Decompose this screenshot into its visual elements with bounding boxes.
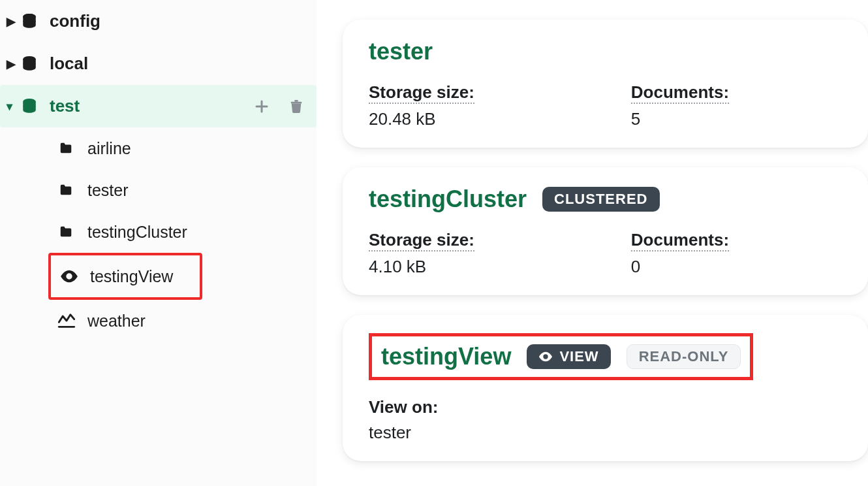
annotation-highlight: testingView bbox=[48, 253, 202, 300]
folder-icon bbox=[57, 183, 78, 197]
sidebar-db-label: local bbox=[50, 54, 303, 74]
stat-label: View on: bbox=[369, 397, 438, 417]
badge-text: CLUSTERED bbox=[554, 191, 647, 208]
eye-icon bbox=[538, 351, 553, 362]
sidebar-item-label: testingView bbox=[90, 267, 173, 286]
sidebar-item-label: tester bbox=[87, 181, 129, 200]
annotation-highlight: testingView VIEW READ-ONLY bbox=[369, 333, 753, 380]
sidebar-db-config[interactable]: ▶ config bbox=[0, 0, 317, 42]
stat-label: Documents: bbox=[631, 230, 729, 251]
badge-text: VIEW bbox=[559, 348, 598, 365]
sidebar-db-label: test bbox=[50, 96, 254, 116]
stat-value: 20.48 kB bbox=[369, 109, 474, 129]
main-content: tester Storage size: 20.48 kB Documents:… bbox=[317, 0, 868, 486]
sidebar-item-label: airline bbox=[87, 139, 131, 158]
database-icon bbox=[21, 12, 38, 31]
trash-icon[interactable] bbox=[289, 99, 303, 114]
caret-right-icon: ▶ bbox=[7, 57, 21, 71]
stat-documents: Documents: 5 bbox=[631, 82, 729, 129]
sidebar-item-weather[interactable]: weather bbox=[0, 300, 317, 342]
stat-label: Storage size: bbox=[369, 82, 474, 104]
eye-icon bbox=[60, 270, 81, 283]
stat-label: Documents: bbox=[631, 82, 729, 104]
stat-label: Storage size: bbox=[369, 230, 474, 251]
sidebar-item-airline[interactable]: airline bbox=[0, 127, 317, 169]
stat-view-on: View on: tester bbox=[369, 397, 842, 443]
sidebar-item-label: testingCluster bbox=[87, 223, 187, 242]
caret-down-icon: ▾ bbox=[7, 99, 21, 114]
caret-right-icon: ▶ bbox=[7, 14, 21, 29]
collection-card-testingview: testingView VIEW READ-ONLY View on: tes bbox=[343, 315, 868, 461]
badge-view: VIEW bbox=[527, 344, 610, 369]
collection-card-testingcluster: testingCluster CLUSTERED Storage size: 4… bbox=[343, 167, 868, 295]
sidebar-db-test[interactable]: ▾ test bbox=[0, 85, 317, 127]
sidebar-item-tester[interactable]: tester bbox=[0, 169, 317, 211]
stat-documents: Documents: 0 bbox=[631, 230, 729, 277]
database-icon bbox=[21, 97, 38, 116]
sidebar-item-testingview[interactable]: testingView bbox=[51, 255, 200, 297]
folder-icon bbox=[57, 141, 78, 155]
badge-clustered: CLUSTERED bbox=[542, 187, 659, 212]
sidebar-db-label: config bbox=[50, 11, 303, 31]
badge-readonly: READ-ONLY bbox=[627, 344, 741, 369]
card-title[interactable]: testingCluster bbox=[369, 186, 527, 213]
plus-icon[interactable] bbox=[254, 99, 270, 114]
stat-value: 0 bbox=[631, 257, 729, 277]
sidebar-item-testingcluster[interactable]: testingCluster bbox=[0, 211, 317, 253]
svg-rect-6 bbox=[291, 101, 302, 103]
stat-value: 4.10 kB bbox=[369, 257, 474, 277]
card-title[interactable]: tester bbox=[369, 38, 433, 65]
svg-rect-7 bbox=[294, 99, 298, 101]
stat-storage-size: Storage size: 20.48 kB bbox=[369, 82, 474, 129]
sidebar: ▶ config ▶ local ▾ test bbox=[0, 0, 317, 486]
folder-icon bbox=[57, 225, 78, 239]
card-title[interactable]: testingView bbox=[381, 343, 511, 370]
stat-storage-size: Storage size: 4.10 kB bbox=[369, 230, 474, 277]
badge-text: READ-ONLY bbox=[639, 348, 729, 364]
stat-value: 5 bbox=[631, 109, 729, 129]
svg-point-1 bbox=[23, 14, 36, 20]
database-icon bbox=[21, 55, 38, 73]
sidebar-item-label: weather bbox=[87, 312, 146, 331]
collection-card-tester: tester Storage size: 20.48 kB Documents:… bbox=[343, 20, 868, 148]
timeseries-icon bbox=[57, 313, 78, 329]
stat-value: tester bbox=[369, 423, 842, 443]
sidebar-db-local[interactable]: ▶ local bbox=[0, 42, 317, 85]
